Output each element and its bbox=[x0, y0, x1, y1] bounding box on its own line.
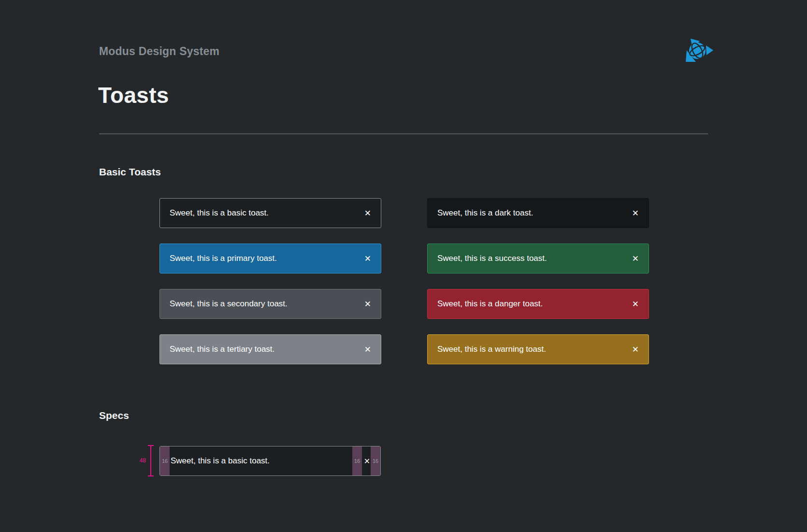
specs-heading: Specs bbox=[99, 410, 129, 421]
toast-message: Sweet, this is a basic toast. bbox=[170, 208, 269, 218]
toast-message: Sweet, this is a danger toast. bbox=[437, 299, 543, 309]
padding-highlight-right: 16 bbox=[371, 446, 380, 475]
toast-danger: Sweet, this is a danger toast. ✕ bbox=[427, 289, 649, 319]
padding-highlight-left: 16 bbox=[160, 446, 170, 475]
padding-label: 16 bbox=[354, 458, 360, 464]
padding-label: 16 bbox=[162, 458, 168, 464]
toast-primary: Sweet, this is a primary toast. ✕ bbox=[159, 244, 381, 273]
close-icon[interactable]: ✕ bbox=[364, 345, 371, 354]
toast-message: Sweet, this is a success toast. bbox=[437, 254, 547, 263]
toast-message: Sweet, this is a warning toast. bbox=[437, 345, 546, 354]
trimble-logo-icon bbox=[684, 37, 714, 65]
toast-secondary: Sweet, this is a secondary toast. ✕ bbox=[159, 289, 381, 319]
toast-message: Sweet, this is a secondary toast. bbox=[170, 299, 288, 309]
spec-toast-basic: 16 Sweet, this is a basic toast. 16 ✕ 16 bbox=[159, 446, 381, 476]
brand-title: Modus Design System bbox=[99, 45, 219, 58]
height-measure-label: 48 bbox=[130, 457, 146, 464]
close-icon[interactable]: ✕ bbox=[632, 255, 639, 263]
padding-highlight-middle: 16 bbox=[352, 446, 362, 475]
divider bbox=[99, 133, 708, 134]
toast-message: Sweet, this is a dark toast. bbox=[437, 208, 533, 218]
close-icon[interactable]: ✕ bbox=[364, 255, 371, 263]
toast-basic: Sweet, this is a basic toast. ✕ bbox=[159, 198, 381, 228]
close-icon[interactable]: ✕ bbox=[632, 300, 639, 308]
close-icon[interactable]: ✕ bbox=[364, 300, 371, 308]
toast-grid: Sweet, this is a basic toast. ✕ Sweet, t… bbox=[159, 198, 649, 364]
close-icon[interactable]: ✕ bbox=[632, 209, 639, 217]
toast-message: Sweet, this is a basic toast. bbox=[171, 446, 270, 475]
close-icon[interactable]: ✕ bbox=[632, 345, 639, 354]
padding-label: 16 bbox=[373, 458, 378, 464]
toast-success: Sweet, this is a success toast. ✕ bbox=[427, 244, 649, 273]
close-icon[interactable]: ✕ bbox=[364, 209, 371, 217]
toast-dark: Sweet, this is a dark toast. ✕ bbox=[427, 198, 649, 228]
toast-message: Sweet, this is a primary toast. bbox=[170, 254, 277, 263]
measure-line bbox=[150, 446, 151, 476]
toast-warning: Sweet, this is a warning toast. ✕ bbox=[427, 334, 649, 364]
toast-tertiary: Sweet, this is a tertiary toast. ✕ bbox=[159, 334, 381, 364]
toast-message: Sweet, this is a tertiary toast. bbox=[170, 345, 274, 354]
measure-cap-bottom bbox=[148, 475, 154, 476]
page-title: Toasts bbox=[98, 82, 169, 108]
modus-toasts-page: Modus Design System Toasts Basic Toasts … bbox=[0, 0, 807, 532]
basic-toasts-heading: Basic Toasts bbox=[99, 166, 161, 178]
